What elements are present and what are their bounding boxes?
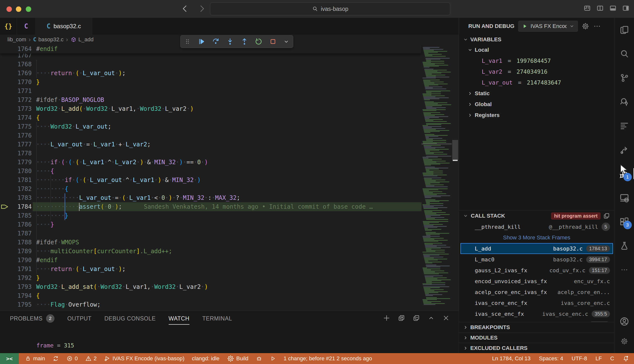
line-number: 1789 xyxy=(0,247,32,256)
activity-files-icon[interactable] xyxy=(614,18,634,42)
status-item-1-change-before-21-2-sec[interactable]: 1 change; before #21 2 seconds ago xyxy=(284,355,372,362)
panel-tab-problems[interactable]: PROBLEMS2 xyxy=(10,311,55,326)
debug-settings-gear-icon[interactable] xyxy=(582,22,589,30)
section-modules[interactable]: MODULES xyxy=(459,332,614,343)
panel-tab-watch[interactable]: WATCH xyxy=(169,311,189,326)
callstack-frame-acelp_core_enc_ivas_fx[interactable]: acelp_core_enc_ivas_fxacelp_core_en... xyxy=(459,286,614,298)
split-cols-button[interactable] xyxy=(596,4,604,12)
start-debug-icon[interactable] xyxy=(522,23,528,30)
panel-tab-output[interactable]: OUTPUT xyxy=(67,311,92,326)
debug-restart-button[interactable] xyxy=(255,38,263,46)
activity-outline-icon[interactable] xyxy=(614,114,634,138)
layout-button[interactable] xyxy=(583,4,591,12)
close-window-button[interactable] xyxy=(7,6,12,12)
activity-beaker-icon[interactable] xyxy=(614,234,634,258)
variables-group-global[interactable]: Global xyxy=(459,99,614,110)
code-line: 1786····} xyxy=(0,220,421,229)
callstack-frame-__pthread_kill[interactable]: __pthread_kill@__pthread_kill5 xyxy=(459,221,614,232)
status-item-lf[interactable]: LF xyxy=(595,355,602,362)
code-editor[interactable]: 176717681769····return·(·L_var_out·);177… xyxy=(0,44,459,310)
status-item-utf-8[interactable]: UTF-8 xyxy=(572,355,587,362)
collapse-all-button[interactable] xyxy=(412,314,420,322)
sidebar-right-button[interactable] xyxy=(622,4,629,12)
chevron-up-button[interactable] xyxy=(428,314,435,322)
callstack-frame-ivas_enc_fx[interactable]: ivas_enc_fxivas_enc.c510:13 xyxy=(459,319,614,322)
debug-chevron-down-button[interactable] xyxy=(283,38,290,45)
breadcrumb-item-lib_com[interactable]: lib_com xyxy=(8,36,26,43)
section-excluded-callers[interactable]: EXCLUDED CALLERS xyxy=(459,343,614,353)
show-more-stack-frames-link[interactable]: Show 3 More Stack Frames xyxy=(459,232,614,243)
status-item-ln-1784-col-13[interactable]: Ln 1784, Col 13 xyxy=(492,355,530,362)
activity-remote-explorer-icon[interactable] xyxy=(614,186,634,210)
status-item-sync[interactable] xyxy=(53,355,59,362)
activity-more-h-icon[interactable] xyxy=(614,258,634,282)
tab-pinned-0[interactable]: {} xyxy=(0,18,17,34)
breadcrumb-item-basop32.c[interactable]: Cbasop32.c xyxy=(33,36,64,43)
activity-source-control-icon[interactable] xyxy=(614,66,634,90)
panel-tab-terminal[interactable]: TERMINAL xyxy=(202,311,232,326)
nav-forward-icon[interactable] xyxy=(198,4,206,13)
remote-indicator[interactable]: >< xyxy=(0,353,19,364)
variables-section-header[interactable]: VARIABLES xyxy=(459,34,614,44)
status-item-build[interactable]: Build xyxy=(227,355,248,362)
status-item-spaces-4[interactable]: Spaces: 4 xyxy=(539,355,563,362)
minimize-window-button[interactable] xyxy=(16,6,21,12)
variables-group-registers[interactable]: Registers xyxy=(459,110,614,121)
panel-tab-debug-console[interactable]: DEBUG CONSOLE xyxy=(104,311,155,326)
frame-file: ivas_core_enc.c xyxy=(561,300,610,306)
callstack-frame-ivas_sce_enc_fx[interactable]: ivas_sce_enc_fxivas_sce_enc.c355:5 xyxy=(459,308,614,319)
debug-continue-button[interactable] xyxy=(197,38,205,46)
line-number: 1775 xyxy=(0,122,32,131)
section-breakpoints[interactable]: BREAKPOINTS xyxy=(459,322,614,332)
status-item-0[interactable]: 0 xyxy=(66,355,78,362)
activity-extensions-icon[interactable]: 3 xyxy=(614,210,634,234)
variable-row[interactable]: L_var_out = 2147483647 xyxy=(459,77,614,88)
code-text: ····return·(·L_var_out·); xyxy=(32,264,126,274)
status-item-main[interactable]: main xyxy=(25,355,45,362)
add-button[interactable] xyxy=(383,314,390,322)
editor-scrollbar[interactable] xyxy=(452,44,459,310)
close-all-button[interactable] xyxy=(398,314,405,322)
variables-group-local[interactable]: Local xyxy=(459,44,614,56)
activity-gear-icon[interactable] xyxy=(614,331,634,351)
status-item-ivas-fx-encode-ivas-baso[interactable]: IVAS FX Encode (ivas-basop) xyxy=(104,355,184,362)
breadcrumb-item-L_add[interactable]: L_add xyxy=(71,36,94,43)
status-item-c[interactable]: C xyxy=(610,355,614,362)
variables-group-static[interactable]: Static xyxy=(459,88,614,99)
status-item-bell[interactable] xyxy=(622,355,629,362)
callstack-frame-gauss_L2_ivas_fx[interactable]: gauss_L2_ivas_fxcod_uv_fx.c151:17 xyxy=(459,265,614,276)
minimap[interactable] xyxy=(421,44,452,310)
sidebar-more-actions-icon[interactable] xyxy=(593,22,601,30)
debug-stop-button[interactable] xyxy=(269,38,277,45)
activity-search-icon[interactable] xyxy=(614,42,634,66)
debug-step-into-button[interactable] xyxy=(226,38,234,46)
callstack-frame-L_mac0[interactable]: L_mac0basop32.c3994:17 xyxy=(459,254,614,265)
status-item-bug[interactable] xyxy=(256,355,262,362)
status-item-2[interactable]: 2 xyxy=(85,355,97,362)
launch-config-dropdown[interactable]: IVAS FX Encod xyxy=(518,21,578,32)
command-center-search[interactable]: ivas-basop xyxy=(210,2,450,15)
status-item-clangd-idle[interactable]: clangd: idle xyxy=(192,355,220,362)
tab-pinned-1[interactable]: C xyxy=(17,18,36,34)
activity-search-commit-icon[interactable] xyxy=(614,90,634,114)
close-button[interactable] xyxy=(442,314,450,322)
callstack-frame-L_add[interactable]: L_addbasop32.c1784:13 xyxy=(460,243,613,254)
variable-row[interactable]: L_var2 = 274034916 xyxy=(459,66,614,77)
scrollbar-slider[interactable] xyxy=(452,140,458,160)
tab-basop32.c[interactable]: Cbasop32.c xyxy=(36,18,92,34)
activity-share-icon[interactable] xyxy=(614,138,634,162)
callstack-frame-ivas_core_enc_fx[interactable]: ivas_core_enc_fxivas_core_enc.c xyxy=(459,298,614,308)
variable-row[interactable]: L_var1 = 1997684457 xyxy=(459,56,614,66)
nav-back-icon[interactable] xyxy=(181,4,189,13)
maximize-window-button[interactable] xyxy=(26,6,31,12)
callstack-frame-encod_unvoiced_ivas_fx[interactable]: encod_unvoiced_ivas_fxenc_uv_fx.c xyxy=(459,276,614,286)
group-label: Global xyxy=(475,101,492,108)
debug-step-over-button[interactable] xyxy=(212,38,220,46)
copy-call-stack-icon[interactable] xyxy=(603,212,610,219)
run-and-debug-sidebar: RUN AND DEBUG IVAS FX Encod VARIABLES Lo… xyxy=(459,18,614,353)
call-stack-header[interactable]: CALL STACK hit program assert xyxy=(459,210,614,221)
status-item-play[interactable] xyxy=(270,355,276,362)
activity-account-icon[interactable] xyxy=(614,312,634,331)
debug-step-out-button[interactable] xyxy=(241,38,248,46)
panel-bottom-button[interactable] xyxy=(609,4,617,12)
